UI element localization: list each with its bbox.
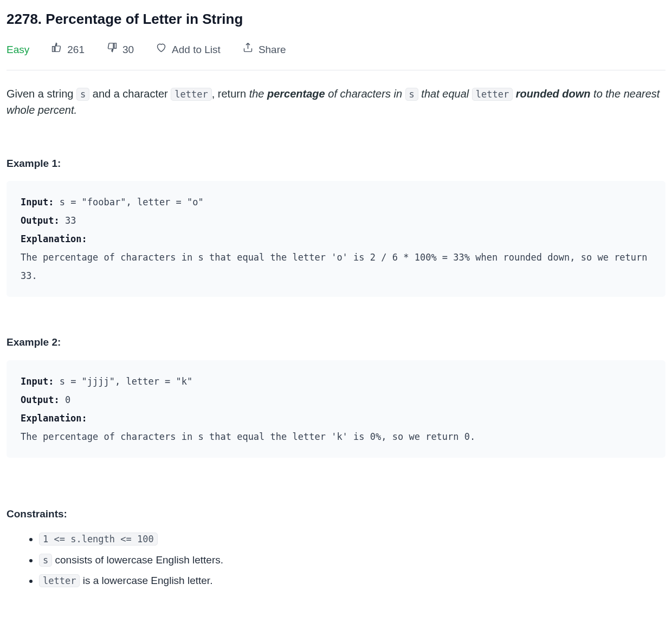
example-block: Input: s = "foobar", letter = "o" Output… [7, 181, 665, 297]
constraints-list: 1 <= s.length <= 100 s consists of lower… [7, 531, 665, 589]
desc-text: rounded down [513, 88, 590, 100]
heart-icon [156, 42, 167, 58]
constraint-item: 1 <= s.length <= 100 [39, 531, 665, 547]
desc-text: percentage [267, 88, 325, 100]
output-label: Output: [21, 215, 60, 226]
input-value: s = "foobar", letter = "o" [54, 197, 203, 207]
meta-row: Easy 261 30 Add to List Share [7, 42, 665, 70]
thumbs-up-icon [51, 42, 62, 58]
thumbs-down-icon [106, 42, 118, 58]
desc-text: the [249, 88, 267, 100]
code-inline: letter [39, 574, 80, 587]
desc-text: and a character [89, 88, 171, 100]
problem-title: 2278. Percentage of Letter in String [7, 9, 665, 30]
dislike-count: 30 [122, 42, 134, 58]
output-label: Output: [21, 394, 60, 405]
code-inline: letter [472, 88, 513, 101]
desc-text: , return [212, 88, 249, 100]
example-heading: Example 2: [7, 335, 665, 351]
share-icon [242, 42, 254, 58]
difficulty-badge: Easy [7, 42, 29, 58]
code-inline: s [405, 88, 418, 101]
desc-text: that equal [418, 88, 472, 100]
example-block: Input: s = "jjjj", letter = "k" Output: … [7, 360, 665, 458]
desc-text: Given a string [7, 88, 76, 100]
code-inline: letter [171, 88, 211, 101]
explanation-label: Explanation: [21, 233, 87, 244]
problem-description: Given a string s and a character letter,… [7, 86, 665, 118]
desc-text: of characters in [325, 88, 405, 100]
like-count: 261 [67, 42, 85, 58]
dislike-button[interactable]: 30 [106, 42, 134, 58]
code-inline: s [76, 88, 89, 101]
add-to-list-button[interactable]: Add to List [156, 42, 221, 58]
add-to-list-label: Add to List [172, 42, 221, 58]
share-button[interactable]: Share [242, 42, 286, 58]
constraint-item: s consists of lowercase English letters. [39, 553, 665, 568]
constraint-text: is a lowercase English letter. [80, 575, 212, 586]
input-value: s = "jjjj", letter = "k" [54, 376, 192, 387]
explanation-label: Explanation: [21, 413, 87, 424]
like-button[interactable]: 261 [51, 42, 85, 58]
example-heading: Example 1: [7, 156, 665, 172]
input-label: Input: [21, 197, 54, 207]
constraints-heading: Constraints: [7, 507, 665, 522]
code-inline: s [39, 554, 52, 567]
output-value: 33 [60, 215, 76, 226]
input-label: Input: [21, 376, 54, 387]
share-label: Share [259, 42, 286, 58]
constraint-text: consists of lowercase English letters. [52, 554, 223, 566]
explanation-text: The percentage of characters in s that e… [21, 431, 475, 442]
explanation-text: The percentage of characters in s that e… [21, 252, 653, 281]
output-value: 0 [60, 394, 70, 405]
code-inline: 1 <= s.length <= 100 [39, 533, 158, 546]
constraint-item: letter is a lowercase English letter. [39, 573, 665, 589]
